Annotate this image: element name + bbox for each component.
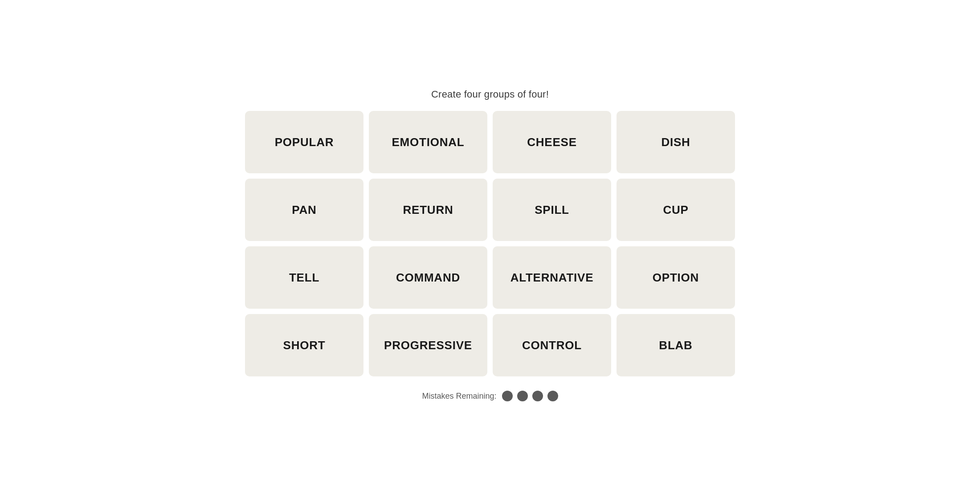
word-label-control: CONTROL xyxy=(522,339,582,352)
dots-container xyxy=(502,391,558,401)
word-label-alternative: ALTERNATIVE xyxy=(510,271,594,285)
word-label-command: COMMAND xyxy=(396,271,460,285)
word-card-short[interactable]: SHORT xyxy=(245,314,363,376)
word-label-progressive: PROGRESSIVE xyxy=(384,339,472,352)
word-label-emotional: EMOTIONAL xyxy=(392,135,464,149)
word-card-blab[interactable]: BLAB xyxy=(617,314,735,376)
game-container: Create four groups of four! POPULAREMOTI… xyxy=(245,89,735,401)
mistake-dot-3 xyxy=(532,391,543,401)
word-label-cheese: CHEESE xyxy=(527,135,577,149)
word-card-option[interactable]: OPTION xyxy=(617,246,735,309)
word-card-return[interactable]: RETURN xyxy=(369,179,487,241)
word-label-option: OPTION xyxy=(653,271,699,285)
word-label-short: SHORT xyxy=(283,339,326,352)
word-card-spill[interactable]: SPILL xyxy=(493,179,611,241)
word-label-spill: SPILL xyxy=(535,203,569,217)
word-card-dish[interactable]: DISH xyxy=(617,111,735,173)
word-label-cup: CUP xyxy=(663,203,688,217)
mistake-dot-2 xyxy=(517,391,528,401)
game-subtitle: Create four groups of four! xyxy=(431,89,549,100)
word-card-cheese[interactable]: CHEESE xyxy=(493,111,611,173)
mistake-dot-4 xyxy=(547,391,558,401)
mistakes-label: Mistakes Remaining: xyxy=(422,392,496,401)
word-label-blab: BLAB xyxy=(659,339,692,352)
word-label-tell: TELL xyxy=(289,271,319,285)
word-label-popular: POPULAR xyxy=(275,135,334,149)
word-card-command[interactable]: COMMAND xyxy=(369,246,487,309)
word-label-pan: PAN xyxy=(292,203,316,217)
word-label-return: RETURN xyxy=(403,203,453,217)
word-card-emotional[interactable]: EMOTIONAL xyxy=(369,111,487,173)
word-card-alternative[interactable]: ALTERNATIVE xyxy=(493,246,611,309)
word-card-pan[interactable]: PAN xyxy=(245,179,363,241)
word-card-progressive[interactable]: PROGRESSIVE xyxy=(369,314,487,376)
mistakes-row: Mistakes Remaining: xyxy=(422,391,558,401)
word-grid: POPULAREMOTIONALCHEESEDISHPANRETURNSPILL… xyxy=(245,111,735,376)
word-card-popular[interactable]: POPULAR xyxy=(245,111,363,173)
word-card-control[interactable]: CONTROL xyxy=(493,314,611,376)
word-label-dish: DISH xyxy=(661,135,690,149)
word-card-cup[interactable]: CUP xyxy=(617,179,735,241)
mistake-dot-1 xyxy=(502,391,513,401)
word-card-tell[interactable]: TELL xyxy=(245,246,363,309)
